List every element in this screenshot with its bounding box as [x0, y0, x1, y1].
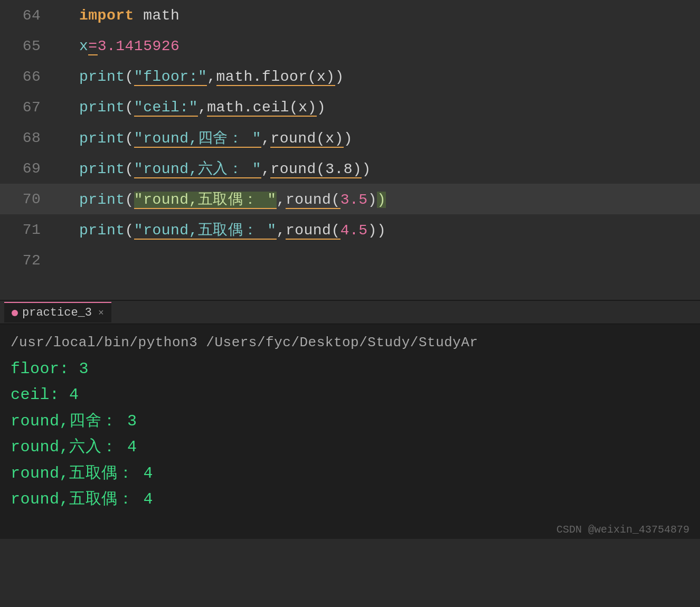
terminal-output-line: round,四舍： 3 — [11, 409, 689, 435]
code-token: ) — [368, 222, 377, 239]
code-token: ) — [362, 161, 371, 177]
line-number: 71 — [0, 222, 69, 238]
code-line-68: 68print("round,四舍： ",round(x)) — [0, 122, 700, 153]
code-token: print — [79, 192, 125, 208]
code-token: math — [134, 7, 180, 24]
terminal-tab-dot — [12, 310, 18, 316]
footer-text: CSDN @weixin_43754879 — [556, 524, 689, 536]
code-token: ( — [125, 161, 134, 177]
code-token: ( — [125, 69, 134, 85]
code-token: ) — [377, 192, 386, 208]
code-line-65: 65x=3.1415926 — [0, 31, 700, 61]
code-token: , — [277, 222, 286, 239]
terminal-output-line: ceil: 4 — [11, 382, 689, 409]
code-token: , — [207, 69, 216, 85]
code-token: "round,四舍： " — [134, 130, 261, 148]
line-content: print("round,四舍： ",round(x)) — [69, 128, 700, 148]
terminal-output-line: round,六入： 4 — [11, 434, 689, 461]
code-token: round(3.8) — [270, 161, 362, 178]
code-line-71: 71print("round,五取偶： ",round(4.5)) — [0, 214, 700, 245]
code-token: ) — [377, 222, 386, 239]
terminal-tab-label: practice_3 — [22, 306, 92, 319]
line-number: 70 — [0, 191, 69, 207]
code-line-64: 64import math — [0, 0, 700, 31]
code-token: round(x) — [270, 130, 343, 148]
line-number: 66 — [0, 69, 69, 85]
line-content: print("round,五取偶： ",round(4.5)) — [69, 220, 700, 240]
terminal-tab[interactable]: practice_3 × — [4, 302, 111, 323]
code-token: "ceil:" — [134, 99, 198, 117]
line-content: print("ceil:",math.ceil(x)) — [69, 99, 700, 116]
line-number: 65 — [0, 38, 69, 54]
code-token: "round,六入： " — [134, 161, 261, 178]
code-token: , — [261, 161, 270, 177]
line-content: print("round,六入： ",round(3.8)) — [69, 158, 700, 178]
terminal-output-line: floor: 3 — [11, 356, 689, 383]
code-token: print — [79, 99, 125, 116]
code-token: ) — [335, 69, 344, 85]
terminal-output-line: round,五取偶： 4 — [11, 487, 689, 513]
line-content: print("floor:",math.floor(x)) — [69, 69, 700, 85]
code-token: 3.5 — [340, 192, 368, 208]
line-number: 67 — [0, 99, 69, 116]
code-token: print — [79, 222, 125, 239]
code-token: 3.1415926 — [98, 38, 180, 54]
code-line-66: 66print("floor:",math.floor(x)) — [0, 61, 700, 92]
terminal-footer: CSDN @weixin_43754879 — [0, 520, 700, 539]
terminal-command: /usr/local/bin/python3 /Users/fyc/Deskto… — [11, 331, 689, 354]
code-token: ) — [317, 99, 326, 116]
code-token: ( — [125, 222, 134, 239]
code-token: import — [79, 7, 134, 24]
code-token: , — [198, 99, 207, 116]
code-token: math.ceil(x) — [207, 99, 317, 117]
code-token: = — [88, 38, 97, 55]
line-number: 68 — [0, 130, 69, 146]
terminal-output-line: round,五取偶： 4 — [11, 461, 689, 487]
code-token: 4.5 — [340, 222, 368, 239]
code-token: round( — [286, 222, 340, 240]
code-token: , — [277, 192, 286, 208]
code-line-67: 67print("ceil:",math.ceil(x)) — [0, 92, 700, 122]
code-token: ( — [125, 130, 134, 147]
code-token: math.floor(x) — [216, 69, 335, 86]
line-content: x=3.1415926 — [69, 38, 700, 54]
code-token: x — [79, 38, 88, 54]
terminal-tab-bar: practice_3 × — [0, 301, 700, 324]
line-number: 64 — [0, 7, 69, 24]
close-icon[interactable]: × — [98, 308, 104, 318]
code-token: "round,五取偶： " — [134, 222, 277, 240]
terminal-body: /usr/local/bin/python3 /Users/fyc/Deskto… — [0, 324, 700, 520]
code-area: 64import math65x=3.141592666print("floor… — [0, 0, 700, 300]
line-content: import math — [69, 7, 700, 24]
code-line-72: 72 — [0, 245, 700, 276]
code-token: , — [261, 130, 270, 147]
line-number: 69 — [0, 160, 69, 177]
code-token: print — [79, 161, 125, 177]
terminal-outputs: floor: 3ceil: 4round,四舍： 3round,六入： 4rou… — [11, 356, 689, 513]
code-token: "floor:" — [134, 69, 207, 86]
code-token: ( — [125, 192, 134, 208]
code-token: ) — [368, 192, 377, 208]
line-number: 72 — [0, 252, 69, 269]
code-line-70: 70print("round,五取偶： ",round(3.5)) — [0, 184, 700, 214]
code-line-69: 69print("round,六入： ",round(3.8)) — [0, 153, 700, 184]
code-token: print — [79, 130, 125, 147]
code-token: "round,五取偶： " — [134, 192, 277, 209]
code-token: print — [79, 69, 125, 85]
code-token: ) — [344, 130, 353, 147]
code-token: round( — [286, 192, 340, 209]
terminal-section: practice_3 × /usr/local/bin/python3 /Use… — [0, 301, 700, 539]
editor-section: 64import math65x=3.141592666print("floor… — [0, 0, 700, 301]
line-content: print("round,五取偶： ",round(3.5)) — [69, 189, 700, 209]
code-token: ( — [125, 99, 134, 116]
